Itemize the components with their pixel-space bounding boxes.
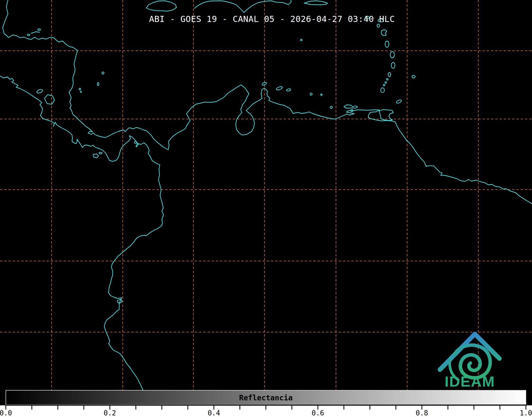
colorbar-tick: [31, 405, 32, 410]
colorbar-tick-label: 0.0: [0, 409, 12, 417]
colorbar-tick: [343, 405, 344, 410]
map-background: [0, 0, 532, 405]
ideam-logo-text: IDEAM: [445, 373, 495, 390]
colorbar-tick-label: 0.2: [104, 409, 116, 417]
colorbar-tick: [161, 405, 162, 410]
colorbar-tick: [292, 405, 292, 410]
colorbar-tick: [239, 405, 240, 410]
colorbar-tick-label: 0.6: [312, 409, 324, 417]
colorbar-tick-label: 0.4: [208, 409, 220, 417]
image-title: ABI - GOES 19 - CANAL 05 - 2026-04-27 03…: [149, 14, 395, 24]
satellite-image-viewport: IDEAM ABI - GOES 19 - CANAL 05 - 2026-04…: [0, 0, 532, 417]
colorbar-tick: [83, 405, 84, 410]
goes-satellite-figure: IDEAM ABI - GOES 19 - CANAL 05 - 2026-04…: [0, 0, 532, 417]
colorbar-tick: [135, 405, 136, 410]
colorbar-tick: [266, 405, 266, 410]
colorbar-tick: [370, 405, 370, 410]
colorbar-tick: [474, 405, 474, 410]
colorbar-tick-label: 1.0: [520, 409, 532, 417]
colorbar-tick: [395, 405, 396, 410]
colorbar-label: Reflectancia: [239, 393, 293, 402]
colorbar-tick: [57, 405, 58, 410]
colorbar-tick: [188, 405, 188, 410]
colorbar-tick: [499, 405, 500, 410]
colorbar-tick: [448, 405, 448, 410]
colorbar-tick-label: 0.8: [416, 409, 428, 417]
